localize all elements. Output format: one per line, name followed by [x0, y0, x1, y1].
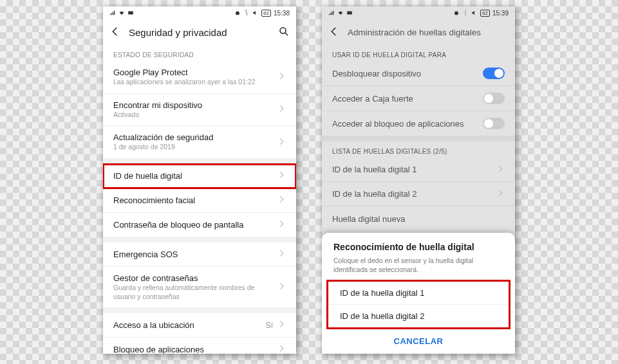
section-header-security: ESTADO DE SEGURIDAD [103, 45, 296, 61]
svg-point-2 [280, 28, 286, 33]
row-label: ID de huella digital [113, 171, 277, 181]
row-access-vault[interactable]: Acceder a Caja fuerte [322, 86, 515, 111]
row-label: Google Play Protect [113, 68, 277, 77]
row-find-device[interactable]: Encontrar mi dispositivo Activado [103, 94, 296, 127]
mail-icon [346, 10, 353, 16]
cancel-button[interactable]: CANCELAR [322, 329, 515, 347]
status-left-icons [328, 10, 353, 16]
row-fingerprint-2[interactable]: ID de la huella digital 2 [322, 182, 515, 206]
row-label: Acceso a la ubicación [113, 320, 266, 330]
phone-fingerprint-admin: 82 15:39 Administración de huellas digit… [322, 6, 515, 354]
chevron-right-icon [277, 344, 286, 354]
row-fingerprint-1[interactable]: ID de la huella digital 1 [322, 158, 515, 182]
chevron-right-icon [277, 320, 286, 331]
chevron-right-icon [277, 219, 286, 230]
search-icon[interactable] [278, 26, 290, 39]
row-access-applock[interactable]: Acceder al bloqueo de aplicaciones [322, 111, 515, 136]
svg-point-4 [454, 12, 458, 15]
wifi-icon [337, 10, 344, 16]
chevron-right-icon [496, 164, 505, 175]
group-divider [322, 136, 515, 141]
sheet-item-fp2[interactable]: ID de la huella digital 2 [328, 304, 509, 327]
status-bar: 82 15:39 [322, 6, 515, 19]
fingerprint-recognition-sheet: Reconocimiento de huella digital Coloque… [322, 233, 515, 354]
sheet-fingerprint-options: ID de la huella digital 1 ID de la huell… [328, 282, 509, 327]
alarm-icon [453, 10, 460, 16]
row-label: ID de la huella digital 1 [332, 165, 496, 174]
section-header-fp-list: LISTA DE HUELLAS DIGITALES (2/5) [322, 141, 515, 158]
chevron-right-icon [277, 282, 286, 293]
mute-icon [471, 10, 478, 16]
toggle-applock[interactable] [483, 118, 505, 129]
status-left-icons [109, 10, 134, 16]
chevron-right-icon [277, 104, 286, 115]
row-label: Desbloquear dispositivo [332, 69, 483, 78]
row-password-manager[interactable]: Gestor de contraseñas Guarda y rellena a… [103, 267, 296, 308]
row-label: Bloqueo de aplicaciones [113, 345, 277, 354]
sheet-description: Coloque el dedo en el sensor y la huella… [322, 256, 515, 280]
status-bar: 82 15:38 [103, 6, 296, 19]
app-bar: Seguridad y privacidad [103, 19, 296, 45]
row-security-update[interactable]: Actualización de seguridad 1 de agosto d… [103, 126, 296, 159]
svg-rect-0 [128, 12, 133, 15]
row-new-fingerprint[interactable]: Huella digital nueva [322, 206, 515, 231]
row-label: Huella digital nueva [332, 214, 505, 224]
signal-icon [328, 10, 335, 16]
group-divider [103, 159, 296, 164]
battery-icon: 82 [480, 10, 490, 17]
page-title: Administración de huellas digitales [348, 28, 509, 37]
row-location-access[interactable]: Acceso a la ubicación Sí [103, 313, 296, 338]
toggle-vault[interactable] [483, 93, 505, 104]
row-app-lock[interactable]: Bloqueo de aplicaciones [103, 338, 296, 354]
status-time: 15:39 [492, 10, 509, 17]
bluetooth-icon [462, 10, 469, 16]
chevron-right-icon [277, 170, 286, 181]
back-icon[interactable] [109, 26, 121, 39]
phone-security-privacy: 82 15:38 Seguridad y privacidad ESTADO D… [103, 6, 296, 354]
chevron-right-icon [277, 249, 286, 260]
row-google-play-protect[interactable]: Google Play Protect Las aplicaciones se … [103, 61, 296, 94]
row-unlock-device[interactable]: Desbloquear dispositivo [322, 61, 515, 86]
svg-point-1 [236, 12, 239, 15]
mute-icon [252, 10, 259, 16]
row-sub: Las aplicaciones se analizaron ayer a la… [113, 78, 277, 87]
mail-icon [127, 10, 134, 16]
status-time: 15:38 [274, 10, 290, 17]
row-label: Encontrar mi dispositivo [113, 100, 277, 110]
row-lock-password[interactable]: Contraseña de bloqueo de pantalla [103, 213, 296, 237]
page-title: Seguridad y privacidad [129, 27, 270, 38]
chevron-right-icon [277, 195, 286, 206]
status-right-icons: 82 15:39 [453, 10, 509, 17]
toggle-unlock[interactable] [483, 68, 505, 79]
section-header-use-for: USAR ID DE HUELLA DIGITAL PARA [322, 45, 515, 61]
row-label: Reconocimiento facial [113, 196, 277, 205]
sheet-title: Reconocimiento de huella digital [322, 242, 515, 256]
row-label: Acceder al bloqueo de aplicaciones [332, 119, 483, 129]
app-bar: Administración de huellas digitales [322, 19, 515, 45]
row-sub: Guarda y rellena automáticamente nombres… [113, 284, 277, 301]
group-divider [103, 308, 296, 313]
sheet-item-fp1[interactable]: ID de la huella digital 1 [328, 282, 509, 304]
wifi-icon [118, 10, 125, 16]
settings-list[interactable]: ESTADO DE SEGURIDAD Google Play Protect … [103, 45, 296, 354]
status-right-icons: 82 15:38 [234, 10, 290, 17]
chevron-right-icon [277, 137, 286, 148]
row-label: Emergencia SOS [113, 250, 277, 259]
row-fingerprint-id[interactable]: ID de huella digital [103, 164, 296, 188]
back-icon[interactable] [328, 26, 340, 39]
row-label: ID de la huella digital 2 [332, 189, 496, 199]
signal-icon [109, 10, 116, 16]
alarm-icon [234, 10, 241, 16]
row-sub: Activado [113, 111, 277, 120]
bluetooth-icon [243, 10, 250, 16]
group-divider [103, 237, 296, 242]
row-face-recognition[interactable]: Reconocimiento facial [103, 188, 296, 213]
row-label: Acceder a Caja fuerte [332, 94, 483, 104]
row-label: Actualización de seguridad [113, 132, 277, 142]
chevron-right-icon [277, 71, 286, 82]
row-label: Contraseña de bloqueo de pantalla [113, 220, 277, 230]
svg-rect-3 [347, 12, 352, 15]
row-sub: 1 de agosto de 2019 [113, 143, 277, 152]
battery-icon: 82 [261, 10, 271, 17]
row-sos[interactable]: Emergencia SOS [103, 242, 296, 267]
